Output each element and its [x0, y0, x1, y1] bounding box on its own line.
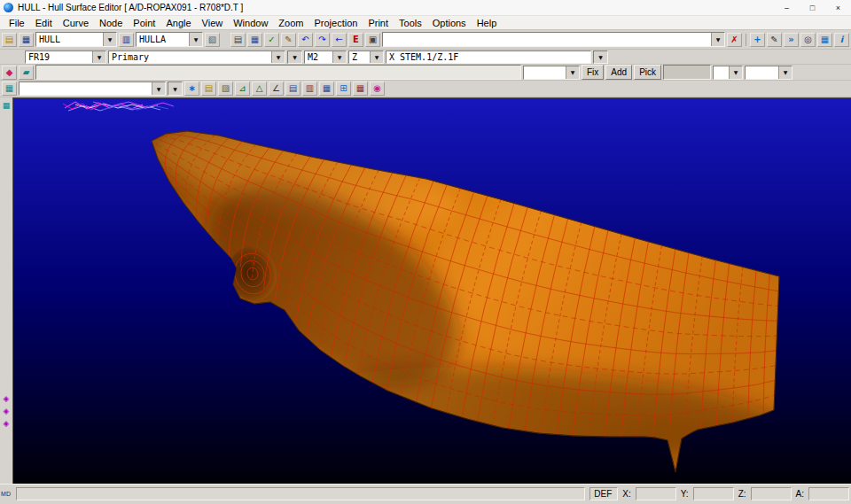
menu-node[interactable]: Node	[94, 18, 128, 28]
status-y-label: Y:	[681, 489, 689, 499]
expr-dropdown[interactable]: ▼	[593, 50, 608, 64]
grid-plus-icon[interactable]: ⊞	[336, 81, 351, 96]
menu-file[interactable]: File	[4, 18, 30, 28]
minimize-button[interactable]: –	[774, 0, 800, 15]
viewport-3d[interactable]	[12, 97, 851, 484]
display-set-combo[interactable]: ▼	[19, 81, 166, 96]
save-version-icon[interactable]: ▥	[119, 33, 134, 47]
display-extra-combo[interactable]: ▼	[168, 81, 183, 96]
snap-combo[interactable]: ▼	[523, 66, 580, 80]
edit-page-icon[interactable]: ✎	[281, 33, 296, 47]
save-icon[interactable]: ▦	[19, 33, 34, 47]
chevron-down-icon[interactable]: ▼	[370, 51, 383, 63]
window-title: HULL - Hull Surface Editor [ A/D-ROPAX09…	[18, 3, 774, 12]
chevron-down-icon[interactable]: ▼	[168, 82, 182, 95]
calendar-icon[interactable]: ▦	[353, 81, 368, 96]
chevron-down-icon[interactable]: ▼	[332, 51, 346, 63]
triangle-icon[interactable]: △	[252, 81, 267, 96]
mode-combo[interactable]: M2 ▼	[304, 50, 347, 64]
undo-icon[interactable]: ↶	[298, 33, 313, 47]
palette-icon[interactable]: ◉	[370, 81, 385, 96]
hatch-icon[interactable]: ▨	[218, 81, 233, 96]
chevron-down-icon[interactable]: ▼	[92, 51, 105, 63]
strip-grid-icon[interactable]: ▦	[1, 99, 12, 111]
segment-icon[interactable]: ▰	[19, 66, 34, 80]
display-grid-icon[interactable]: ▦	[2, 81, 17, 96]
axis-combo[interactable]: Z ▼	[348, 50, 384, 64]
menu-zoom[interactable]: Zoom	[273, 18, 308, 28]
delete-icon[interactable]: ✗	[727, 33, 742, 47]
toolbar-separator	[746, 34, 746, 46]
chevron-down-icon[interactable]: ▼	[271, 51, 285, 63]
chevron-down-icon[interactable]: ▼	[594, 51, 607, 63]
chevron-down-icon[interactable]: ▼	[152, 82, 165, 95]
unit-combo[interactable]: ▼	[713, 66, 743, 80]
sheet-icon[interactable]: ▤	[230, 33, 246, 47]
toolbar-display: ▦ ▼ ▼ ∗ ▤ ▨ ⊿ △ ∠ ▤ ▥ ▦ ⊞ ▦ ◉	[0, 81, 851, 97]
marker-icon-3[interactable]: ◈	[1, 417, 12, 429]
curve-type-combo-value: Primary	[109, 52, 271, 62]
titlebar[interactable]: HULL - Hull Surface Editor [ A/D-ROPAX09…	[0, 0, 851, 16]
definition-expr-combo[interactable]: X STEM.1/Z.1F	[386, 50, 591, 64]
snap-star-icon[interactable]: ∗	[184, 81, 199, 96]
menu-help[interactable]: Help	[472, 18, 503, 28]
inspect-icon[interactable]: ◎	[800, 33, 816, 47]
chevron-down-icon[interactable]: ▼	[711, 33, 724, 46]
table-icon[interactable]: ▦	[247, 33, 262, 47]
fit-view-icon[interactable]: +	[750, 33, 765, 47]
version-combo[interactable]: HULLA ▼	[136, 32, 203, 47]
menu-view[interactable]: View	[197, 18, 229, 28]
status-z-label: Z:	[738, 489, 746, 499]
fast-forward-icon[interactable]: »	[784, 33, 799, 47]
angle-icon[interactable]: ∠	[269, 81, 284, 96]
error-list-icon[interactable]: E	[348, 33, 363, 47]
close-button[interactable]: ×	[825, 0, 851, 15]
page-lines-icon[interactable]: ▤	[285, 81, 301, 96]
menu-print[interactable]: Print	[363, 18, 394, 28]
table-view-icon[interactable]: ▦	[817, 33, 832, 47]
info-icon[interactable]: i	[834, 33, 849, 47]
apply-check-icon[interactable]: ✓	[264, 33, 279, 47]
node-diamond-icon[interactable]: ◆	[2, 66, 17, 80]
frame-combo[interactable]: FR19 ▼	[25, 50, 106, 64]
chevron-down-icon[interactable]: ▼	[566, 66, 579, 79]
table-e-icon[interactable]: ▦	[319, 81, 334, 96]
menu-angle[interactable]: Angle	[160, 18, 196, 28]
chevron-down-icon[interactable]: ▼	[778, 66, 792, 79]
chevron-down-icon[interactable]: ▼	[189, 33, 202, 46]
menu-window[interactable]: Window	[228, 18, 273, 28]
value-field[interactable]	[663, 65, 711, 80]
chevron-down-icon[interactable]: ▼	[103, 33, 116, 46]
axis-combo-value: Z	[349, 52, 370, 62]
fix-button[interactable]: Fix	[582, 65, 604, 80]
marker-icon-2[interactable]: ◈	[1, 405, 12, 416]
layer-icon[interactable]: ▤	[201, 81, 216, 96]
page-marks-icon[interactable]: ▥	[302, 81, 317, 96]
menu-tools[interactable]: Tools	[394, 18, 427, 28]
chevron-down-icon[interactable]: ▼	[288, 51, 301, 63]
menu-projection[interactable]: Projection	[308, 18, 363, 28]
marker-icon-1[interactable]: ◈	[1, 392, 12, 404]
curve-type-combo[interactable]: Primary ▼	[108, 50, 285, 64]
add-button[interactable]: Add	[605, 65, 632, 80]
object-path-combo[interactable]: ▼	[382, 32, 725, 47]
menu-point[interactable]: Point	[128, 18, 160, 28]
definition-expr-value: X STEM.1/Z.1F	[386, 52, 590, 62]
surface-combo[interactable]: HULL ▼	[35, 32, 117, 47]
maximize-button[interactable]: □	[800, 0, 825, 15]
menu-curve[interactable]: Curve	[58, 18, 94, 28]
extra-combo[interactable]: ▼	[287, 50, 302, 64]
open-icon[interactable]: ▤	[2, 33, 17, 47]
pick-button[interactable]: Pick	[634, 65, 661, 80]
menu-edit[interactable]: Edit	[30, 18, 58, 28]
hull-render-canvas[interactable]	[13, 98, 851, 484]
pen-icon[interactable]: ✎	[767, 33, 782, 47]
menu-options[interactable]: Options	[427, 18, 472, 28]
chevron-down-icon[interactable]: ▼	[729, 66, 742, 79]
tolerance-combo[interactable]: ▼	[745, 66, 792, 80]
window-panel-icon[interactable]: ▣	[365, 33, 380, 47]
back-arrow-icon[interactable]: ←	[332, 33, 347, 47]
document-icon[interactable]: ▧	[205, 33, 220, 47]
small-triangle-icon[interactable]: ⊿	[235, 81, 250, 96]
redo-icon[interactable]: ↷	[315, 33, 330, 47]
